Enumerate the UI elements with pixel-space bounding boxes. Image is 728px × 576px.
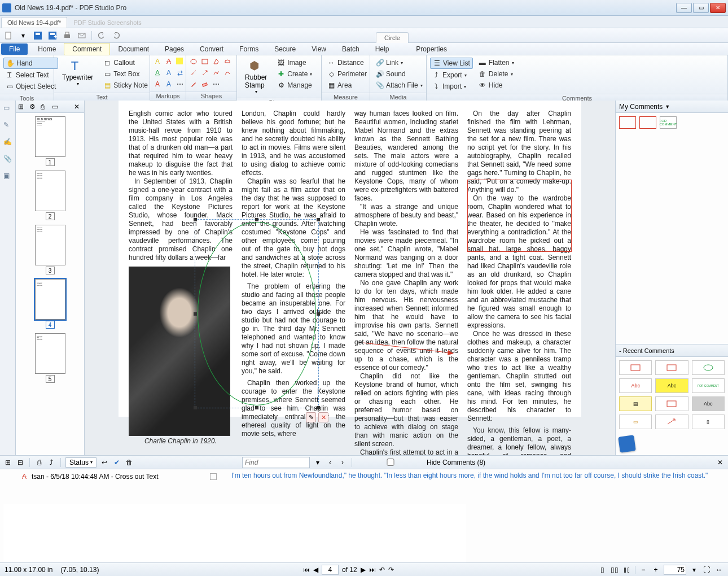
- rc-square2[interactable]: [655, 360, 688, 375]
- attach-file-tool[interactable]: 📎Attach File ▾: [374, 80, 425, 90]
- redo-icon[interactable]: [111, 30, 121, 41]
- create-stamp[interactable]: ✚Create ▾: [275, 69, 314, 79]
- hide-comments-toggle[interactable]: Hide Comments (8): [357, 459, 485, 466]
- line-shape[interactable]: [190, 69, 198, 77]
- first-page-icon[interactable]: ⏮: [303, 566, 310, 574]
- zoom-dropdown-icon[interactable]: ▾: [690, 565, 699, 574]
- mc-square-icon[interactable]: [619, 116, 636, 129]
- polygon-shape[interactable]: [212, 58, 220, 66]
- page-thumb-4[interactable]: ▪▪▪▪ ▪▪▪▪▪▪ ■ ▪▪▪▪▪▪▪ ▪▪▪▪: [35, 279, 65, 320]
- print-icon[interactable]: [62, 30, 72, 41]
- prev-page-icon[interactable]: ◀: [313, 566, 318, 574]
- highlight-icon[interactable]: A: [154, 58, 161, 66]
- open-dropdown-icon[interactable]: ▾: [18, 30, 28, 41]
- menu-batch[interactable]: Batch: [334, 43, 367, 55]
- rc-arrow[interactable]: [655, 414, 688, 429]
- last-page-icon[interactable]: ⏭: [369, 566, 376, 574]
- print-comments-icon[interactable]: ⎙: [34, 458, 43, 467]
- find-next-icon[interactable]: ›: [338, 458, 347, 467]
- layers-panel-icon[interactable]: ▣: [3, 172, 12, 181]
- view-list-button[interactable]: ☰View List: [430, 58, 473, 69]
- menu-pages[interactable]: Pages: [157, 43, 192, 55]
- undo-icon[interactable]: [97, 30, 107, 41]
- square-shape[interactable]: [201, 58, 209, 66]
- menu-view[interactable]: View: [304, 43, 334, 55]
- document-view[interactable]: English comic actor who toured the Unite…: [85, 101, 615, 455]
- rc-area[interactable]: Abc: [692, 396, 725, 411]
- context-tab-circle[interactable]: Circle: [376, 32, 409, 43]
- edit-annotation-icon[interactable]: ✎: [306, 412, 316, 422]
- doc-tab-1[interactable]: Old News 19-4.pdf*: [1, 17, 67, 28]
- caret-icon[interactable]: A: [165, 80, 173, 88]
- page-thumb-1[interactable]: OLD NEWS━━━━━━━▪▪▪▪▪▪▪▪▪▪▪▪▪▪▪▪: [35, 116, 65, 157]
- my-comments-header[interactable]: My Comments▼: [616, 101, 728, 113]
- mc-forcomment-icon[interactable]: FOR COMMENT: [660, 116, 677, 129]
- email-icon[interactable]: [77, 30, 87, 41]
- strikeout-icon[interactable]: A: [165, 58, 173, 66]
- rubber-stamp-tool[interactable]: ⬢Rubber Stamp▾: [240, 58, 271, 95]
- rc-stamp1[interactable]: ▭: [619, 414, 652, 429]
- rc-page[interactable]: ▯: [692, 414, 725, 429]
- comment-row-crossout[interactable]: Atsan - 6/5/18 10:44:48 AM - Cross out T…: [3, 472, 222, 482]
- hide-comments[interactable]: 👁Hide: [476, 80, 516, 90]
- attachments-panel-icon[interactable]: 📎: [3, 155, 12, 164]
- delete-annotation-icon[interactable]: ✕: [318, 412, 328, 422]
- close-comments-icon[interactable]: ✕: [716, 458, 725, 467]
- maximize-button[interactable]: ▭: [693, 3, 709, 13]
- menu-secure[interactable]: Secure: [266, 43, 304, 55]
- find-prev-icon[interactable]: ‹: [326, 458, 335, 467]
- underline-icon[interactable]: A: [154, 69, 161, 77]
- perimeter-tool[interactable]: ◇Perimeter: [325, 69, 369, 79]
- shapes-more-icon[interactable]: ⋯: [212, 80, 220, 88]
- eraser-shape[interactable]: [201, 80, 209, 88]
- link-tool[interactable]: 🔗Link ▾: [374, 58, 425, 68]
- sound-tool[interactable]: 🔊Sound: [374, 69, 425, 79]
- textbox-tool[interactable]: ▭Text Box: [101, 69, 150, 79]
- cloud-shape[interactable]: [223, 58, 231, 66]
- rc-square3[interactable]: [655, 396, 688, 411]
- collapse-all-icon[interactable]: ⊟: [16, 458, 25, 467]
- current-page-input[interactable]: [322, 565, 339, 575]
- image-stamp[interactable]: 🖼Image: [275, 58, 314, 68]
- prev-view-icon[interactable]: ↶: [379, 566, 385, 574]
- thumb-more-icon[interactable]: ▭: [52, 103, 60, 111]
- rc-highlight[interactable]: Abc: [655, 378, 688, 393]
- menu-home[interactable]: Home: [30, 43, 64, 55]
- next-view-icon[interactable]: ↷: [388, 566, 394, 574]
- doc-tab-2[interactable]: PDF Studio Screenshots: [67, 17, 147, 28]
- distance-tool[interactable]: ↔Distance: [325, 58, 369, 68]
- minimize-button[interactable]: —: [676, 3, 692, 13]
- menu-comment[interactable]: Comment: [64, 43, 110, 55]
- checkmark-icon[interactable]: ✔: [112, 458, 121, 467]
- arrow-shape[interactable]: [201, 69, 209, 77]
- signatures-panel-icon[interactable]: ✍: [3, 138, 12, 147]
- comment-checkbox[interactable]: [210, 473, 217, 480]
- menu-convert[interactable]: Convert: [192, 43, 231, 55]
- sticky-note-tool[interactable]: ▤Sticky Note: [101, 80, 150, 90]
- close-button[interactable]: ✕: [710, 3, 726, 13]
- circle-shape[interactable]: [190, 58, 198, 66]
- pencil-shape[interactable]: [190, 80, 198, 88]
- hide-comments-checkbox[interactable]: [357, 459, 424, 466]
- page-thumb-3[interactable]: ▪▪▪▪ ▪▪▪▪▪▪▪▪ ▪▪▪▪▪▪▪▪ ▪▪▪▪: [35, 225, 65, 265]
- menu-properties[interactable]: Properties: [408, 43, 455, 55]
- rc-forcomment[interactable]: FOR COMMENT: [692, 378, 725, 393]
- facing-icon[interactable]: ⫿⫿: [622, 565, 631, 574]
- expand-all-icon[interactable]: ⊞: [3, 458, 12, 467]
- rc-square[interactable]: [619, 360, 652, 375]
- export-comments-icon[interactable]: ⤴: [47, 458, 56, 467]
- single-page-icon[interactable]: ▯: [598, 565, 607, 574]
- polyline-shape[interactable]: [212, 69, 220, 77]
- insert-icon[interactable]: A: [154, 80, 161, 88]
- hand-tool[interactable]: ✋Hand: [3, 58, 58, 69]
- markup-more-icon[interactable]: ⋯: [176, 80, 184, 88]
- area-highlight-icon[interactable]: [176, 58, 183, 64]
- page-thumb-5[interactable]: ▪▪▪▪ ▪▪▪▪■■ ▪▪▪▪▪▪▪▪ ▪▪▪▪: [35, 333, 65, 374]
- status-dropdown[interactable]: Status ▾: [65, 457, 97, 468]
- comment-page-4[interactable]: ▾Page 4: [3, 504, 466, 562]
- bookmarks-panel-icon[interactable]: ✎: [3, 121, 12, 130]
- reply-icon[interactable]: ↩: [100, 458, 109, 467]
- new-icon[interactable]: [3, 30, 14, 41]
- fit-page-icon[interactable]: ⛶: [702, 565, 711, 574]
- save-icon[interactable]: [33, 30, 43, 41]
